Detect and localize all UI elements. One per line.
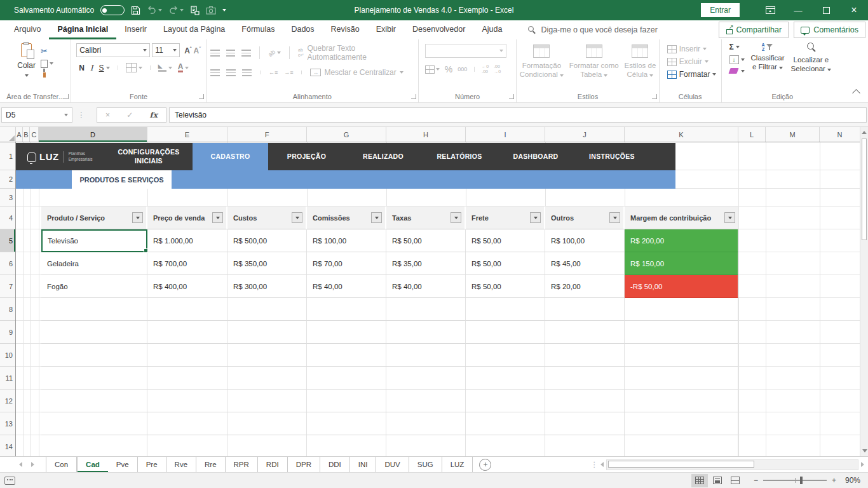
table-cell[interactable]: R$ 1.000,00 bbox=[147, 229, 227, 252]
new-sheet-icon[interactable]: + bbox=[479, 459, 491, 471]
table-cell[interactable] bbox=[466, 412, 545, 435]
align-left-icon[interactable] bbox=[210, 69, 220, 76]
nav-tab-realizado[interactable]: REALIZADO bbox=[345, 143, 421, 170]
table-cell[interactable] bbox=[625, 435, 738, 456]
increase-font-icon[interactable]: Aˆ bbox=[184, 46, 191, 55]
share-button[interactable]: Compartilhar bbox=[719, 22, 789, 38]
filter-dropdown-icon[interactable] bbox=[530, 212, 541, 223]
borders-button[interactable] bbox=[126, 63, 142, 72]
entrar-button[interactable]: Entrar bbox=[701, 3, 740, 17]
table-cell[interactable] bbox=[545, 390, 625, 412]
restore-button[interactable] bbox=[812, 0, 840, 20]
close-button[interactable]: × bbox=[840, 0, 868, 20]
collapse-ribbon-icon[interactable] bbox=[852, 89, 860, 97]
name-box[interactable]: D5 bbox=[1, 107, 72, 123]
table-cell[interactable] bbox=[41, 344, 147, 367]
undo-icon[interactable] bbox=[147, 6, 162, 15]
find-select-button[interactable]: Localizar eSelecionar bbox=[791, 43, 832, 74]
row-header-6[interactable]: 6 bbox=[0, 252, 15, 275]
comma-style-button[interactable]: 000 bbox=[458, 66, 467, 72]
row-header-13[interactable]: 13 bbox=[0, 412, 15, 435]
accessibility-status-icon[interactable] bbox=[4, 477, 15, 485]
tab-arquivo[interactable]: Arquivo bbox=[0, 20, 49, 39]
filter-dropdown-icon[interactable] bbox=[371, 212, 382, 223]
table-cell[interactable] bbox=[307, 344, 386, 367]
row-header-1[interactable]: 1 bbox=[0, 142, 15, 170]
conditional-formatting-button[interactable]: FormataçãoCondicional bbox=[520, 44, 564, 79]
table-cell-margin[interactable]: R$ 150,00 bbox=[625, 252, 738, 275]
table-cell[interactable]: R$ 700,00 bbox=[147, 252, 227, 275]
insert-function-icon[interactable]: fx bbox=[150, 111, 158, 119]
row-header-7[interactable]: 7 bbox=[0, 275, 15, 298]
table-cell[interactable] bbox=[227, 344, 307, 367]
table-cell[interactable] bbox=[386, 390, 466, 412]
row-header-12[interactable]: 12 bbox=[0, 390, 15, 412]
row-header-11[interactable]: 11 bbox=[0, 367, 15, 390]
filter-dropdown-icon[interactable] bbox=[451, 212, 461, 223]
paste-button[interactable]: Colar bbox=[17, 43, 36, 79]
tab-formulas[interactable]: Fórmulas bbox=[233, 20, 283, 39]
select-all-corner[interactable] bbox=[0, 127, 16, 142]
sheet-tab-sug[interactable]: SUG bbox=[409, 457, 442, 472]
filter-dropdown-icon[interactable] bbox=[132, 212, 143, 223]
tab-revisao[interactable]: Revisão bbox=[323, 20, 368, 39]
table-cell[interactable]: Fogão bbox=[41, 275, 147, 298]
column-header-d[interactable]: D bbox=[39, 127, 147, 142]
table-cell[interactable] bbox=[545, 367, 625, 390]
table-cell[interactable] bbox=[41, 390, 147, 412]
underline-button[interactable]: S bbox=[99, 64, 110, 72]
horizontal-scroll-track[interactable] bbox=[606, 459, 858, 470]
customize-toolbar-icon[interactable] bbox=[222, 9, 226, 11]
table-cell[interactable] bbox=[147, 390, 227, 412]
zoom-slider-thumb[interactable] bbox=[800, 477, 803, 484]
column-header-k[interactable]: K bbox=[625, 127, 738, 142]
column-header-n[interactable]: N bbox=[820, 127, 860, 142]
column-header-h[interactable]: H bbox=[386, 127, 466, 142]
sheet-prev-icon[interactable] bbox=[19, 462, 22, 467]
filter-dropdown-icon[interactable] bbox=[292, 212, 302, 223]
sheet-tab-luz[interactable]: LUZ bbox=[442, 457, 473, 472]
hscroll-left-icon[interactable] bbox=[600, 462, 604, 467]
font-family-select[interactable]: Calibri bbox=[76, 43, 150, 57]
align-center-icon[interactable] bbox=[226, 69, 236, 76]
clipboard-dialog-launcher-icon[interactable] bbox=[64, 94, 69, 99]
table-cell[interactable] bbox=[625, 367, 738, 390]
table-cell[interactable] bbox=[625, 298, 738, 321]
table-cell[interactable]: R$ 70,00 bbox=[307, 252, 386, 275]
horizontal-scroll-thumb[interactable] bbox=[608, 461, 754, 468]
table-cell[interactable]: R$ 35,00 bbox=[386, 252, 466, 275]
table-cell[interactable] bbox=[545, 298, 625, 321]
table-cell[interactable] bbox=[466, 344, 545, 367]
table-cell[interactable]: R$ 50,00 bbox=[466, 252, 545, 275]
sheet-tab-ini[interactable]: INI bbox=[350, 457, 377, 472]
format-as-table-button[interactable]: Formatar comoTabela bbox=[569, 44, 619, 79]
table-cell[interactable] bbox=[227, 390, 307, 412]
table-cell[interactable] bbox=[386, 367, 466, 390]
table-cell[interactable] bbox=[466, 298, 545, 321]
table-cell[interactable]: R$ 50,00 bbox=[466, 229, 545, 252]
paste-dropdown-icon[interactable] bbox=[25, 74, 29, 77]
table-cell[interactable] bbox=[41, 367, 147, 390]
table-cell[interactable] bbox=[227, 321, 307, 344]
tab-dados[interactable]: Dados bbox=[283, 20, 322, 39]
italic-button[interactable]: I bbox=[90, 64, 93, 72]
column-header-c[interactable]: C bbox=[30, 127, 39, 142]
page-layout-view-button[interactable] bbox=[709, 474, 726, 487]
subnav-tab-produtos-e-servicos[interactable]: PRODUTOS E SERVIÇOS bbox=[72, 170, 172, 189]
column-header-i[interactable]: I bbox=[466, 127, 545, 142]
table-cell[interactable] bbox=[466, 367, 545, 390]
table-cell[interactable]: R$ 400,00 bbox=[147, 275, 227, 298]
table-cell[interactable] bbox=[386, 298, 466, 321]
print-preview-icon[interactable] bbox=[190, 6, 200, 15]
table-cell[interactable] bbox=[625, 321, 738, 344]
format-cells-button[interactable]: Formatar bbox=[666, 69, 721, 80]
table-cell[interactable]: R$ 50,00 bbox=[466, 275, 545, 298]
styles-dialog-launcher-icon[interactable] bbox=[652, 94, 657, 99]
accounting-format-button[interactable] bbox=[425, 65, 440, 74]
table-cell[interactable] bbox=[625, 412, 738, 435]
sheet-tab-duv[interactable]: DUV bbox=[376, 457, 409, 472]
comments-button[interactable]: Comentários bbox=[794, 22, 865, 38]
table-cell[interactable] bbox=[227, 412, 307, 435]
table-cell-margin[interactable]: R$ 200,00 bbox=[625, 229, 738, 252]
ribbon-display-options-icon[interactable] bbox=[756, 0, 784, 20]
